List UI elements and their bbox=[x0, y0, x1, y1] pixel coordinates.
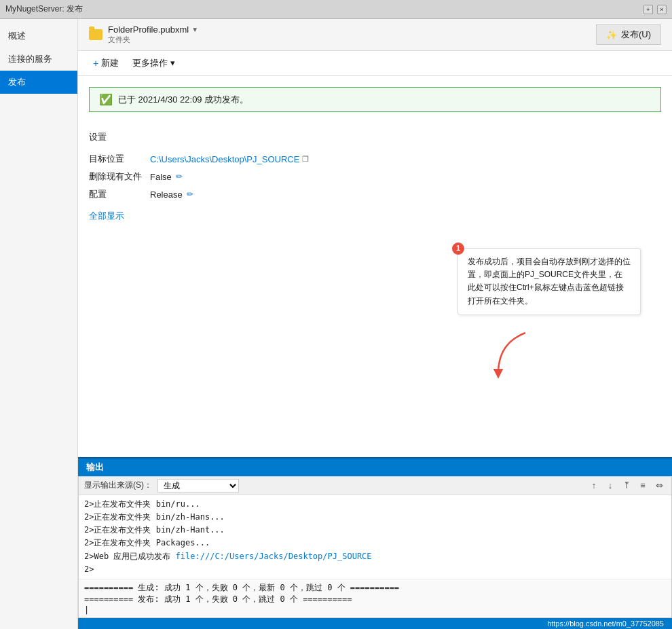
annotation-text: 发布成功后，项目会自动存放到刚才选择的位置，即桌面上的PJ_SOURCE文件夹里… bbox=[468, 257, 631, 306]
new-button[interactable]: + 新建 bbox=[89, 55, 123, 71]
sidebar-item-overview[interactable]: 概述 bbox=[0, 24, 77, 48]
title-bar: MyNugetServer: 发布 + × bbox=[0, 0, 672, 19]
settings-row-target: 目标位置 C:\Users\Jacks\Desktop\PJ_SOURCE ❐ bbox=[89, 150, 661, 168]
settings-label-target: 目标位置 bbox=[89, 153, 150, 165]
summary-line-1: ========== 生成: 成功 1 个，失败 0 个，最新 0 个，跳过 0… bbox=[84, 582, 666, 594]
settings-row-config: 配置 Release ✏ bbox=[89, 185, 661, 203]
settings-label-delete: 删除现有文件 bbox=[89, 170, 150, 183]
cursor-line: | bbox=[84, 605, 666, 615]
show-all-link[interactable]: 全部显示 bbox=[89, 210, 124, 222]
title-bar-text: MyNugetServer: 发布 bbox=[5, 3, 639, 15]
app-body: 概述 连接的服务 发布 FolderProfile.pubxml ▼ 文件夹 bbox=[0, 19, 672, 629]
settings-row-delete: 删除现有文件 False ✏ bbox=[89, 168, 661, 185]
settings-value-config: Release bbox=[150, 190, 183, 200]
content-area: FolderProfile.pubxml ▼ 文件夹 ✨ 发布(U) + 新建 … bbox=[78, 19, 672, 629]
edit-icon-config[interactable]: ✏ bbox=[187, 190, 193, 199]
copy-icon[interactable]: ❐ bbox=[302, 155, 309, 164]
dropdown-arrow-icon[interactable]: ▼ bbox=[191, 26, 198, 33]
success-icon: ✅ bbox=[99, 93, 113, 106]
bottom-url: https://blog.csdn.net/m0_37752085 bbox=[547, 619, 664, 628]
output-list-button[interactable]: ≡ bbox=[636, 479, 650, 492]
header-left: FolderProfile.pubxml ▼ 文件夹 bbox=[89, 24, 198, 45]
output-line-6: 2> bbox=[84, 563, 666, 576]
settings-section: 设置 目标位置 C:\Users\Jacks\Desktop\PJ_SOURCE… bbox=[89, 126, 661, 228]
output-title: 输出 bbox=[86, 462, 104, 472]
output-line-5: 2>Web 应用已成功发布 file:///C:/Users/Jacks/Des… bbox=[84, 550, 666, 563]
success-text: 已于 2021/4/30 22:09 成功发布。 bbox=[118, 94, 248, 106]
output-toolbar: 显示输出来源(S)： 生成 ↑ ↓ ⤒ ≡ ⇔ bbox=[79, 477, 671, 495]
success-bar: ✅ 已于 2021/4/30 22:09 成功发布。 bbox=[89, 87, 661, 112]
folder-icon bbox=[89, 29, 102, 40]
settings-value-target[interactable]: C:\Users\Jacks\Desktop\PJ_SOURCE bbox=[150, 154, 299, 164]
sidebar-item-connections[interactable]: 连接的服务 bbox=[0, 48, 77, 71]
publish-icon: ✨ bbox=[606, 30, 617, 40]
output-line-1: 2>止在发布文件夹 bin/ru... bbox=[84, 498, 666, 511]
output-top-button[interactable]: ⤒ bbox=[620, 479, 633, 492]
publish-button[interactable]: ✨ 发布(U) bbox=[596, 24, 661, 45]
output-body: 显示输出来源(S)： 生成 ↑ ↓ ⤒ ≡ ⇔ 2>止在发布文件夹 bin/ru… bbox=[78, 476, 672, 618]
main-panel: ✅ 已于 2021/4/30 22:09 成功发布。 设置 目标位置 C:\Us… bbox=[78, 76, 672, 457]
output-source-label: 显示输出来源(S)： bbox=[84, 480, 152, 491]
annotation-area: 1 发布成功后，项目会自动存放到刚才选择的位置，即桌面上的PJ_SOURCE文件… bbox=[89, 241, 661, 404]
edit-icon-delete[interactable]: ✏ bbox=[176, 172, 183, 181]
output-up-button[interactable]: ↑ bbox=[587, 479, 601, 492]
output-icons: ↑ ↓ ⤒ ≡ ⇔ bbox=[587, 479, 666, 492]
annotation-bubble: 1 发布成功后，项目会自动存放到刚才选择的位置，即桌面上的PJ_SOURCE文件… bbox=[458, 248, 641, 315]
output-panel-header: 输出 bbox=[78, 457, 672, 476]
summary-line-2: ========== 发布: 成功 1 个，失败 0 个，跳过 0 个 ====… bbox=[84, 594, 666, 605]
profile-sub: 文件夹 bbox=[108, 35, 198, 45]
header-profile: FolderProfile.pubxml ▼ 文件夹 bbox=[108, 24, 198, 45]
profile-name: FolderProfile.pubxml ▼ bbox=[108, 24, 198, 35]
output-source-select[interactable]: 生成 bbox=[157, 479, 239, 492]
bottom-bar: https://blog.csdn.net/m0_37752085 bbox=[78, 618, 672, 629]
annotation-number: 1 bbox=[452, 242, 464, 255]
settings-label-config: 配置 bbox=[89, 188, 150, 200]
output-summary: ========== 生成: 成功 1 个，失败 0 个，最新 0 个，跳过 0… bbox=[79, 579, 671, 617]
plus-icon: + bbox=[93, 58, 98, 69]
annotation-arrow-icon bbox=[485, 329, 539, 384]
more-actions-button[interactable]: 更多操作 ▾ bbox=[128, 55, 179, 71]
settings-value-delete: False bbox=[150, 172, 172, 182]
output-down-button[interactable]: ↓ bbox=[603, 479, 617, 492]
add-tab-button[interactable]: + bbox=[643, 5, 653, 14]
output-line-3: 2>正在发布文件夹 bin/zh-Hant... bbox=[84, 524, 666, 537]
header-bar: FolderProfile.pubxml ▼ 文件夹 ✨ 发布(U) bbox=[78, 19, 672, 51]
close-tab-button[interactable]: × bbox=[657, 5, 667, 14]
output-line-4: 2>正在发布文件夹 Packages... bbox=[84, 537, 666, 550]
sidebar: 概述 连接的服务 发布 bbox=[0, 19, 78, 629]
settings-title: 设置 bbox=[89, 131, 661, 143]
sidebar-item-publish[interactable]: 发布 bbox=[0, 71, 77, 94]
published-link[interactable]: file:///C:/Users/Jacks/Desktop/PJ_SOURCE bbox=[176, 552, 372, 561]
output-wrap-button[interactable]: ⇔ bbox=[652, 479, 666, 492]
output-lines: 2>止在发布文件夹 bin/ru... 2>正在发布文件夹 bin/zh-Han… bbox=[79, 495, 671, 579]
toolbar: + 新建 更多操作 ▾ bbox=[78, 51, 672, 76]
output-line-2: 2>正在发布文件夹 bin/zh-Hans... bbox=[84, 511, 666, 524]
